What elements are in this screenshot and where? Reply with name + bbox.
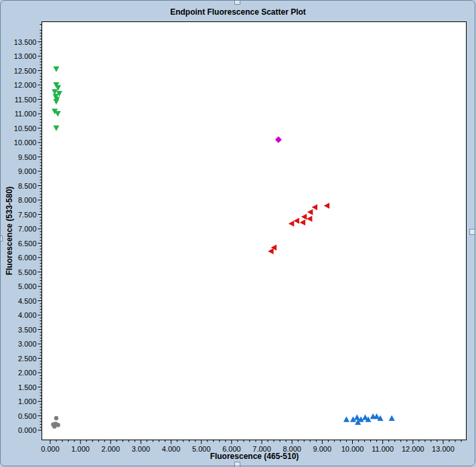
y-axis-tick-label: 1.500 [18,383,37,391]
resize-handle-left[interactable] [0,236,3,242]
data-point-gray-cluster [52,424,56,428]
y-axis-tick-label: 11.000 [15,110,37,118]
y-axis-tick-label: 10.500 [14,124,37,132]
plot-area [42,22,467,440]
y-axis-tick-label: 12.000 [14,81,37,89]
y-axis-tick-label: 13.500 [14,38,37,46]
y-axis-tick-label: 2.500 [18,355,37,363]
resize-handle-right[interactable] [469,229,475,235]
y-axis-tick-label: 12.500 [14,67,37,75]
y-axis-tick-label: 0.000 [18,426,37,434]
y-axis-tick-label: 9.500 [18,153,37,161]
y-axis-tick-label: 0.500 [18,412,37,420]
y-axis-title: Fluorescence (533-580) [5,187,14,276]
y-axis-tick-label: 5.500 [18,268,37,276]
y-axis-tick-label: 6.000 [18,254,37,262]
y-axis-tick-label: 4.000 [18,311,37,319]
resize-handle-top[interactable] [234,0,240,5]
y-axis-tick-label: 3.000 [18,340,37,348]
y-axis-tick-label: 11.500 [15,96,37,104]
resize-handle-bottom[interactable] [234,462,240,467]
y-axis-tick-label: 13.000 [14,52,37,60]
y-axis-tick-label: 3.500 [18,326,37,334]
y-axis-tick-label: 9.000 [18,167,37,175]
y-axis-tick-label: 4.500 [18,297,37,305]
chart-panel: Endpoint Fluorescence Scatter Plot 0.000… [0,0,476,467]
y-axis-tick-label: 5.000 [18,282,37,290]
scatter-plot: 0.0000.5001.0001.5002.0002.5003.0003.500… [0,0,476,467]
y-axis-tick-label: 2.000 [18,369,37,377]
y-axis-tick-label: 10.000 [14,138,37,147]
y-axis-tick-label: 6.500 [18,240,37,248]
x-axis-title: Fluorescence (465-510) [42,452,467,461]
y-axis-tick-label: 7.000 [18,225,37,233]
data-point-gray-cluster [54,416,58,420]
y-axis-tick-label: 8.500 [18,182,37,190]
y-axis-tick-label: 8.000 [18,196,37,204]
y-axis-tick-label: 1.000 [18,397,37,405]
y-axis-tick-label: 7.500 [18,211,37,219]
